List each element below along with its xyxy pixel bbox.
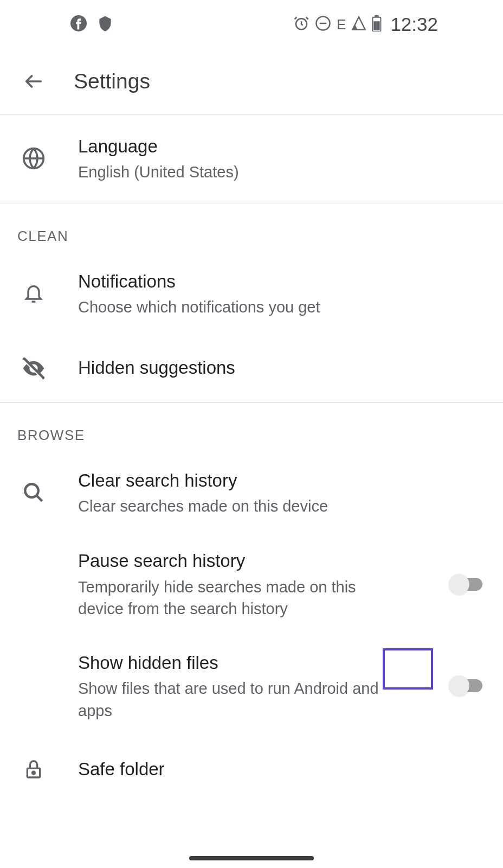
item-title: Hidden suggestions <box>78 355 487 380</box>
item-title: Clear search history <box>78 468 487 493</box>
page-title: Settings <box>74 69 150 93</box>
app-header: Settings <box>0 49 503 114</box>
back-button[interactable] <box>21 68 47 94</box>
item-title: Show hidden files <box>78 650 401 675</box>
item-subtitle: Choose which notifications you get <box>78 296 487 318</box>
item-subtitle: Temporarily hide searches made on this d… <box>78 576 401 620</box>
item-title: Notifications <box>78 269 487 294</box>
svg-rect-4 <box>375 15 379 17</box>
network-type: E <box>337 16 346 33</box>
lock-icon <box>21 756 47 782</box>
item-subtitle: English (United States) <box>78 161 487 183</box>
toggle-pause-history[interactable] <box>449 574 482 595</box>
item-title: Language <box>78 134 487 159</box>
do-not-disturb-icon <box>315 15 331 34</box>
settings-item-safe-folder[interactable]: Safe folder <box>0 737 503 802</box>
settings-item-show-hidden[interactable]: Show hidden files Show files that are us… <box>0 635 503 737</box>
settings-item-language[interactable]: Language English (United States) <box>0 114 503 203</box>
item-title: Pause search history <box>78 548 401 573</box>
globe-icon <box>21 145 47 171</box>
bell-icon <box>21 280 47 307</box>
alarm-icon <box>293 15 309 34</box>
section-header-browse: BROWSE <box>0 403 503 452</box>
item-title: Safe folder <box>78 757 487 782</box>
status-bar: E 12:32 <box>0 0 503 49</box>
svg-point-10 <box>33 771 35 774</box>
status-time: 12:32 <box>390 14 438 35</box>
svg-rect-5 <box>374 21 380 30</box>
settings-item-notifications[interactable]: Notifications Choose which notifications… <box>0 253 503 335</box>
shield-icon <box>96 15 114 34</box>
nav-bar-indicator[interactable] <box>189 856 314 860</box>
settings-item-clear-history[interactable]: Clear search history Clear searches made… <box>0 452 503 534</box>
signal-icon <box>351 16 366 33</box>
battery-icon <box>372 15 382 34</box>
settings-item-hidden-suggestions[interactable]: Hidden suggestions <box>0 335 503 402</box>
svg-point-8 <box>25 484 38 497</box>
search-icon <box>21 480 47 506</box>
item-subtitle: Clear searches made on this device <box>78 495 487 518</box>
facebook-icon <box>70 15 87 34</box>
section-header-clean: CLEAN <box>0 203 503 253</box>
eye-off-icon <box>21 355 47 381</box>
toggle-show-hidden[interactable] <box>449 675 482 696</box>
item-subtitle: Show files that are used to run Android … <box>78 678 401 722</box>
settings-item-pause-history[interactable]: Pause search history Temporarily hide se… <box>0 533 503 635</box>
